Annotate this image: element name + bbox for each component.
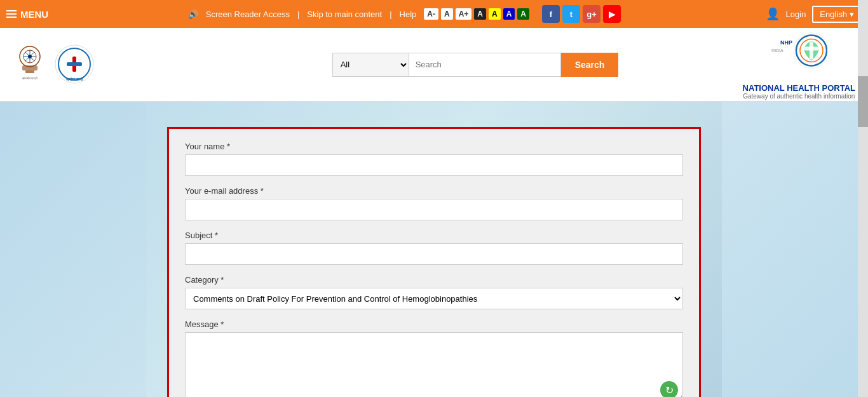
email-field-group: Your e-mail address *	[185, 186, 683, 220]
user-icon: 👤	[766, 7, 780, 21]
language-button[interactable]: English ▾	[812, 6, 862, 23]
category-dropdown[interactable]: Comments on Draft Policy For Prevention …	[185, 288, 683, 309]
googleplus-icon[interactable]: g+	[583, 5, 600, 23]
message-field-group: Message * ↻	[185, 320, 683, 397]
youtube-icon[interactable]: ▶	[603, 5, 621, 23]
font-normal-button[interactable]: A	[441, 8, 453, 20]
font-increase-button[interactable]: A+	[456, 8, 472, 20]
svg-rect-20	[804, 46, 818, 50]
page-header: सत्यमेव जयते आरोग्य भारती All Search	[0, 28, 868, 102]
svg-rect-8	[25, 71, 34, 73]
menu-button[interactable]: MENU	[6, 9, 48, 20]
contrast-black-button[interactable]: A	[474, 8, 486, 20]
email-label: Your e-mail address *	[185, 186, 683, 196]
svg-rect-14	[67, 62, 82, 66]
svg-text:सत्यमेव जयते: सत्यमेव जयते	[22, 76, 37, 80]
ashoka-emblem: सत्यमेव जयते	[13, 44, 48, 85]
subject-input[interactable]	[185, 243, 683, 265]
help-link[interactable]: Help	[400, 10, 417, 19]
recaptcha-icon[interactable]: ↻	[660, 381, 678, 397]
contrast-blue-button[interactable]: A	[503, 8, 515, 20]
nhp-small-logo: आरोग्य भारती	[54, 44, 95, 85]
language-arrow-icon: ▾	[850, 10, 854, 19]
search-input[interactable]	[409, 53, 561, 77]
accessibility-controls: A- A A+ A A A A	[424, 8, 529, 20]
nhp-portal-title: NATIONAL HEALTH PORTAL	[743, 83, 855, 92]
right-panel	[722, 102, 868, 397]
subject-label: Subject *	[185, 231, 683, 240]
name-input[interactable]	[185, 154, 683, 176]
twitter-icon[interactable]: t	[562, 5, 580, 23]
category-field-group: Category * Comments on Draft Policy For …	[185, 275, 683, 309]
subject-field-group: Subject *	[185, 231, 683, 265]
social-icons: f t g+ ▶	[542, 5, 621, 23]
main-content: Your name * Your e-mail address * Subjec…	[0, 102, 868, 397]
svg-text:NHP: NHP	[780, 39, 792, 45]
menu-label: MENU	[20, 9, 48, 20]
logos: सत्यमेव जयते आरोग्य भारती	[13, 44, 95, 85]
language-label: English	[820, 10, 847, 19]
login-link[interactable]: Login	[786, 10, 806, 19]
name-field-group: Your name *	[185, 142, 683, 176]
hamburger-icon	[6, 10, 17, 18]
category-label: Category *	[185, 275, 683, 285]
font-decrease-button[interactable]: A-	[424, 8, 438, 20]
skip-main-link[interactable]: Skip to main content	[307, 10, 382, 19]
email-input[interactable]	[185, 199, 683, 220]
svg-text:आरोग्य भारती: आरोग्य भारती	[66, 77, 84, 81]
speaker-icon: 🔊	[188, 10, 198, 19]
svg-text:INDIA: INDIA	[771, 48, 783, 52]
nhp-logo: NHP INDIA NATIONAL HEALTH PORTAL Gateway…	[743, 30, 855, 99]
svg-rect-7	[22, 65, 37, 71]
textarea-wrapper: ↻	[185, 332, 683, 397]
search-area: All Search	[95, 53, 855, 77]
name-label: Your name *	[185, 142, 683, 151]
search-button[interactable]: Search	[561, 53, 619, 77]
scrollbar-thumb[interactable]	[858, 76, 868, 127]
facebook-icon[interactable]: f	[542, 5, 560, 23]
left-panel	[0, 102, 146, 397]
message-label: Message *	[185, 320, 683, 329]
message-textarea[interactable]	[185, 332, 683, 397]
nhp-portal-subtitle: Gateway of authentic health information	[743, 92, 855, 99]
contact-form: Your name * Your e-mail address * Subjec…	[167, 127, 701, 397]
contrast-green-button[interactable]: A	[517, 8, 529, 20]
screen-reader-link[interactable]: Screen Reader Access	[206, 10, 290, 19]
scrollbar[interactable]	[858, 0, 868, 397]
nhp-logo-graphic: NHP INDIA	[770, 30, 827, 81]
search-category-dropdown[interactable]: All	[332, 53, 409, 77]
contrast-yellow-button[interactable]: A	[489, 8, 501, 20]
